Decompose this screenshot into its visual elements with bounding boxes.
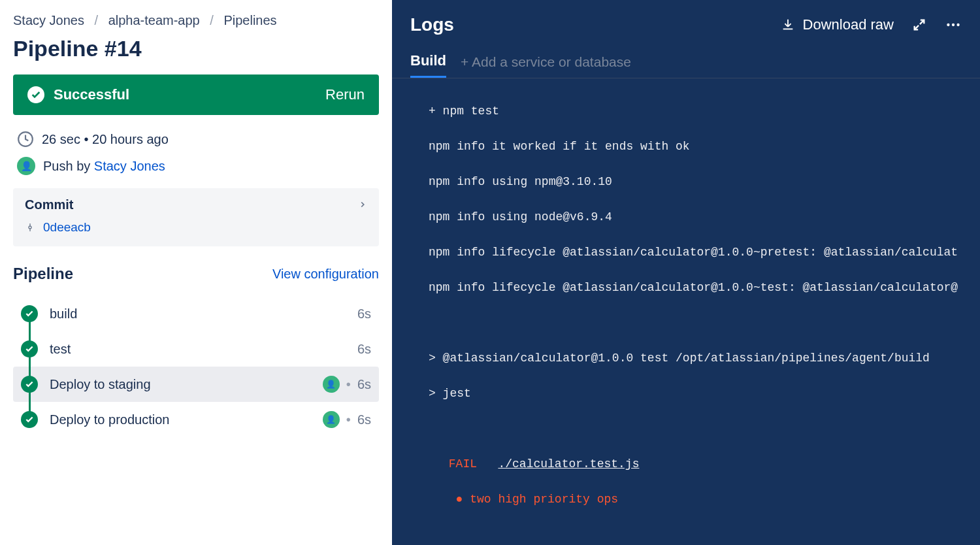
pipeline-step[interactable]: test 6s (13, 331, 379, 367)
log-line: FAIL ./calculator.test.js (392, 455, 980, 473)
step-duration: 6s (357, 377, 371, 392)
log-line: > @atlassian/calculator@1.0.0 test /opt/… (392, 350, 980, 367)
pipeline-section-label: Pipeline (13, 265, 73, 283)
clock-icon (17, 131, 34, 148)
svg-point-6 (956, 24, 959, 26)
rerun-button[interactable]: Rerun (325, 86, 365, 103)
breadcrumb: Stacy Jones / alpha-team-app / Pipelines (13, 13, 379, 28)
status-bar: Successful Rerun (13, 74, 379, 115)
step-name: Deploy to staging (50, 377, 151, 392)
log-line: ● two high priority ops (392, 491, 980, 508)
step-success-icon (21, 376, 38, 393)
log-output[interactable]: + npm test npm info it worked if it ends… (392, 78, 980, 545)
commit-hash-link[interactable]: 0deeacb (43, 220, 91, 235)
push-by-label: Push by (43, 159, 90, 173)
step-success-icon (21, 305, 38, 322)
success-check-icon (27, 86, 44, 103)
log-line (392, 314, 980, 332)
timestamp-value: 20 hours ago (92, 132, 169, 146)
avatar: 👤 (323, 376, 340, 393)
duration-row: 26 sec • 20 hours ago (17, 131, 375, 148)
download-raw-button[interactable]: Download raw (781, 16, 894, 33)
breadcrumb-user[interactable]: Stacy Jones (13, 13, 84, 27)
step-duration: 6s (357, 342, 371, 357)
step-name: Deploy to production (50, 412, 169, 427)
pipeline-step[interactable]: Deploy to staging 👤 • 6s (13, 367, 379, 402)
breadcrumb-separator: / (95, 13, 99, 27)
log-line (392, 526, 980, 544)
separator-dot: • (346, 377, 351, 392)
avatar: 👤 (17, 157, 35, 175)
breadcrumb-repo[interactable]: alpha-team-app (108, 13, 200, 27)
expand-icon[interactable] (912, 18, 926, 32)
commit-section[interactable]: Commit 0deeacb (13, 188, 379, 246)
svg-point-4 (947, 24, 949, 26)
pipeline-step[interactable]: Deploy to production 👤 • 6s (13, 402, 379, 437)
tab-build[interactable]: Build (410, 52, 446, 78)
author-link[interactable]: Stacy Jones (94, 159, 165, 173)
log-line: npm info lifecycle @atlassian/calculator… (392, 244, 980, 261)
log-line: npm info it worked if it ends with ok (392, 138, 980, 156)
log-line: + npm test (392, 103, 980, 120)
log-line: npm info using node@v6.9.4 (392, 208, 980, 226)
breadcrumb-section[interactable]: Pipelines (223, 13, 276, 27)
log-line: npm info using npm@3.10.10 (392, 173, 980, 191)
breadcrumb-separator: / (210, 13, 214, 27)
commit-header-label: Commit (25, 197, 73, 212)
step-name: build (50, 306, 77, 322)
separator-dot: • (346, 412, 351, 427)
avatar: 👤 (323, 411, 340, 428)
step-duration: 6s (357, 306, 371, 322)
svg-point-1 (29, 226, 31, 229)
step-duration: 6s (357, 412, 371, 427)
pipeline-steps: build 6s test 6s Deploy to staging 👤 • 6… (13, 296, 379, 437)
pipeline-step[interactable]: build 6s (13, 296, 379, 331)
logs-title: Logs (410, 14, 454, 35)
log-line: > jest (392, 385, 980, 403)
svg-point-5 (952, 24, 955, 26)
step-success-icon (21, 340, 38, 357)
status-label: Successful (54, 86, 129, 103)
log-line: npm info lifecycle @atlassian/calculator… (392, 279, 980, 297)
page-title: Pipeline #14 (13, 36, 379, 61)
step-name: test (50, 342, 71, 357)
git-commit-icon (25, 222, 35, 233)
duration-value: 26 sec (42, 132, 80, 146)
step-success-icon (21, 411, 38, 428)
download-icon (781, 18, 795, 32)
author-row: 👤 Push by Stacy Jones (17, 157, 375, 175)
add-service-button[interactable]: + Add a service or database (461, 54, 631, 76)
view-configuration-link[interactable]: View configuration (272, 267, 379, 282)
chevron-right-icon (358, 197, 367, 212)
more-icon[interactable] (945, 16, 962, 33)
log-line (392, 420, 980, 438)
